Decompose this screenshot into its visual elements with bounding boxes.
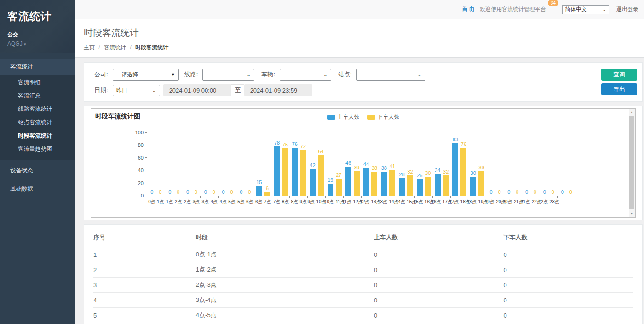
vehicle-select[interactable]: ⌄: [280, 69, 331, 81]
bar-value-label: 0: [150, 190, 153, 195]
chevron-down-icon: ⌄: [323, 72, 328, 78]
bar-value-label: 76: [461, 142, 466, 147]
bar-column: 0: [496, 190, 503, 196]
line-select[interactable]: ⌄: [202, 69, 254, 81]
bar-group: 003点-4点: [201, 133, 218, 196]
station-select[interactable]: ⌄: [356, 69, 426, 81]
query-button[interactable]: 查询: [601, 69, 637, 81]
company-select[interactable]: ---请选择--- ▼: [113, 69, 179, 81]
chart-scrollbar[interactable]: ▲ ▼: [629, 109, 635, 217]
sidebar-section-passenger-stats[interactable]: 客流统计: [0, 59, 75, 75]
table-cell: 4点-5点: [196, 308, 374, 323]
bar: [478, 171, 484, 196]
bar-column: 32: [443, 169, 449, 196]
language-select[interactable]: 简体中文 ⌄: [562, 5, 609, 14]
legend-label-alighting: 下车人数: [378, 113, 400, 121]
bar-value-label: 0: [248, 190, 251, 195]
sidebar-item-trend-chart[interactable]: 客流量趋势图: [0, 143, 75, 156]
table-header-alighting: 下车人数: [503, 229, 633, 247]
chart-title: 时段车流统计图: [95, 112, 140, 121]
date-label: 日期:: [94, 86, 108, 94]
sidebar-item-passenger-detail[interactable]: 客流明细: [0, 76, 75, 89]
y-axis-tick-label: 80: [128, 142, 144, 148]
export-button[interactable]: 导出: [601, 83, 637, 95]
y-axis-tick-label: 60: [128, 155, 144, 161]
filter-row-1: 公司: ---请选择--- ▼ 线路: ⌄ 车辆: ⌄ 站点: [94, 69, 642, 81]
bar: [318, 155, 324, 196]
x-axis-label: 6点-7点: [255, 199, 271, 205]
sidebar: 客流统计 公交 AQGJ ▾ 客流统计 客流明细 客流汇总 线路客流统计 站点客…: [0, 0, 75, 324]
bar-column: 76: [460, 142, 467, 196]
legend-label-boarding: 上车人数: [338, 113, 360, 121]
bar: [381, 172, 387, 196]
table-cell: 3: [93, 278, 196, 293]
sidebar-item-period-stats[interactable]: 时段客流统计: [0, 129, 75, 143]
bar-value-label: 0: [204, 190, 207, 195]
x-axis-label: 2点-3点: [184, 199, 200, 205]
bar: [256, 186, 262, 196]
org-code-label: AQGJ: [7, 40, 23, 47]
bar-group: 463911点-12点: [344, 133, 362, 196]
breadcrumb-item-home[interactable]: 主页: [84, 44, 95, 51]
date-to-input[interactable]: 2024-01-09 23:59: [244, 84, 312, 96]
date-range-separator: 至: [231, 84, 244, 96]
date-from-input[interactable]: 2024-01-09 00:00: [163, 84, 231, 96]
chart-panel: 时段车流统计图 上车人数 下车人数 000点-1点001点-2点002点-3点0…: [84, 106, 643, 220]
sidebar-section-device-status[interactable]: 设备状态: [0, 162, 75, 179]
sidebar-item-line-stats[interactable]: 线路客流统计: [0, 103, 75, 116]
bar-value-label: 0: [489, 190, 492, 195]
bar: [264, 192, 270, 196]
logout-link[interactable]: 退出登录: [616, 6, 638, 13]
bar-value-label: 83: [453, 137, 458, 142]
language-select-value: 简体中文: [565, 6, 587, 13]
bar-column: 38: [381, 166, 387, 196]
scroll-down-icon[interactable]: ▼: [629, 211, 635, 217]
legend-swatch-boarding: [327, 115, 335, 120]
bar-column: 32: [407, 169, 414, 196]
breadcrumb-item-passenger-stats[interactable]: 客流统计: [104, 44, 126, 51]
bar-column: 75: [282, 142, 288, 196]
table-row: 10点-1点00: [93, 247, 633, 262]
bar-group: 303918点-19点: [468, 133, 486, 196]
date-preset-select[interactable]: 昨日 ⌄: [113, 85, 160, 96]
sidebar-submenu: 客流明细 客流汇总 线路客流统计 站点客流统计 时段客流统计 客流量趋势图: [0, 75, 75, 160]
scrollbar-thumb[interactable]: [629, 116, 634, 209]
org-code-dropdown[interactable]: AQGJ ▾: [7, 40, 68, 47]
bar-column: 39: [478, 165, 485, 196]
y-axis-tick-mark: [145, 145, 147, 145]
date-preset-value: 昨日: [116, 87, 127, 94]
bar-group: 0021点-22点: [522, 133, 540, 196]
bar-value-label: 39: [354, 165, 359, 170]
bar-group: 0019点-20点: [486, 133, 504, 196]
app-window: 客流统计 公交 AQGJ ▾ 客流统计 客流明细 客流汇总 线路客流统计 站点客…: [0, 0, 644, 324]
main-area: 首页 欢迎使用客流统计管理平台 34 简体中文 ⌄ 退出登录 时段客流统计 主页…: [75, 0, 644, 324]
bar-column: 46: [345, 161, 351, 196]
bar-value-label: 0: [534, 190, 536, 195]
bar-group: 001点-2点: [165, 133, 183, 196]
bar-column: 38: [371, 166, 378, 196]
chart-legend: 上车人数 下车人数: [327, 113, 400, 121]
bar-value-label: 0: [168, 190, 171, 195]
bar-column: 0: [532, 190, 538, 196]
bar-column: 0: [568, 190, 574, 196]
bar-column: 26: [416, 173, 423, 196]
x-axis-label: 9点-10点: [308, 199, 326, 205]
sidebar-section-base-data[interactable]: 基础数据: [0, 181, 75, 197]
bar-group: 002点-3点: [183, 133, 201, 196]
legend-item-alighting[interactable]: 下车人数: [367, 113, 400, 121]
breadcrumb-separator: /: [98, 44, 100, 51]
bar-column: 0: [229, 190, 235, 196]
home-link[interactable]: 首页: [461, 5, 475, 14]
bar-value-label: 44: [363, 162, 369, 167]
legend-item-boarding[interactable]: 上车人数: [327, 113, 360, 121]
y-axis-tick-mark: [145, 132, 147, 133]
notification-badge[interactable]: 34: [548, 0, 558, 6]
bar: [345, 167, 351, 196]
sidebar-item-station-stats[interactable]: 站点客流统计: [0, 116, 75, 129]
scroll-up-icon[interactable]: ▲: [629, 109, 635, 115]
bar-column: 0: [514, 190, 520, 196]
bar-group: 1566点-7点: [254, 133, 272, 196]
table-header-row: 序号 时段 上车人数 下车人数: [93, 229, 633, 247]
chevron-down-icon: ⌄: [247, 72, 251, 78]
sidebar-item-passenger-summary[interactable]: 客流汇总: [0, 89, 75, 103]
